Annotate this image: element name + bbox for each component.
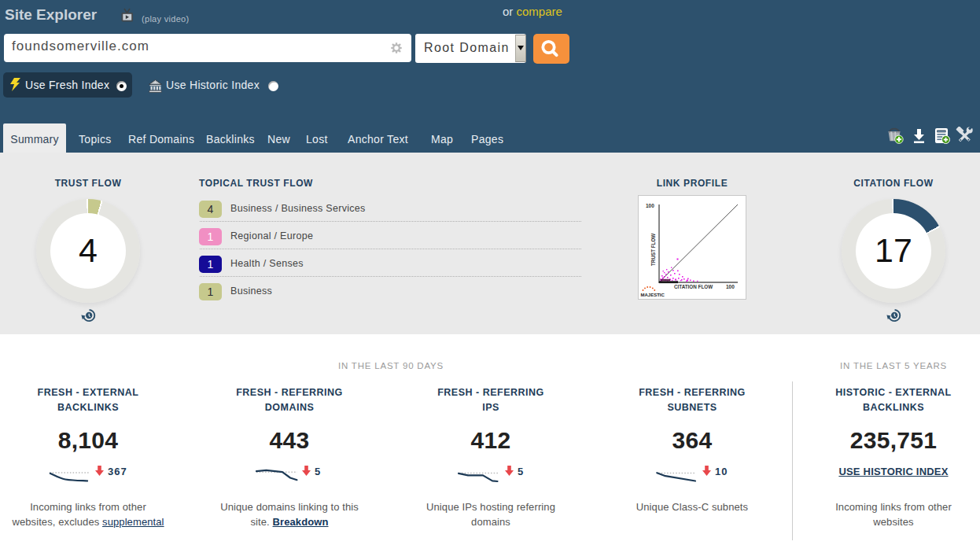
svg-text:MAJESTIC: MAJESTIC — [641, 293, 665, 297]
svg-text:100: 100 — [646, 203, 654, 208]
svg-text:100: 100 — [726, 284, 735, 289]
svg-text:TRUST FLOW: TRUST FLOW — [650, 234, 656, 266]
svg-text:CITATION FLOW: CITATION FLOW — [674, 284, 713, 289]
